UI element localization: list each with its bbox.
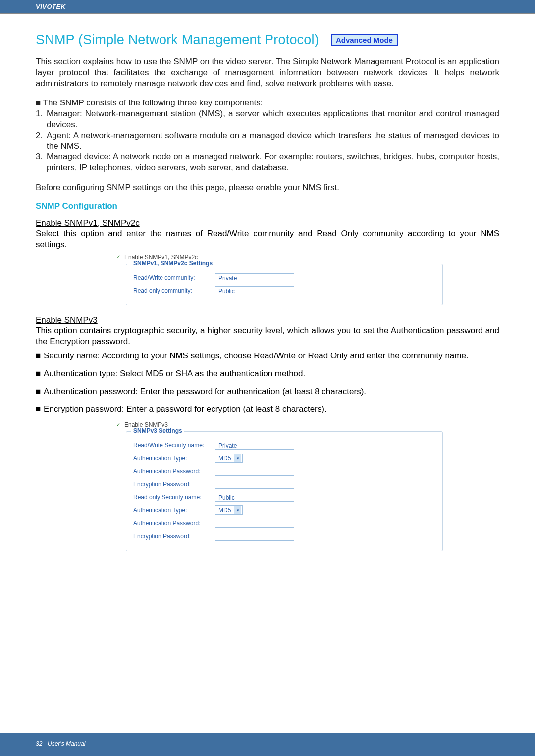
list-number: 2. [36,130,47,152]
ro-auth-type-select[interactable]: MD5 ▾ [215,505,243,515]
ro-community-input[interactable]: Public [215,286,294,295]
auth-password-label: Authentication Password: [133,468,215,475]
auth-type-label: Authentication Type: [133,507,215,514]
ro-community-row: Read only community: Public [133,286,435,295]
page-footer: 32 - User's Manual [36,740,85,747]
enc-password-label: Encryption Password: [133,481,215,488]
rw-auth-password-row: Authentication Password: [133,467,435,476]
components-lead: ■ The SNMP consists of the following thr… [36,98,499,108]
rw-enc-password-row: Encryption Password: [133,480,435,489]
content-area: SNMP (Simple Network Management Protocol… [0,14,535,551]
rw-community-label: Read/Write community: [133,274,215,281]
ro-auth-password-input[interactable] [215,519,294,528]
square-bullet-icon: ■ [36,351,44,361]
auth-type-label: Authentication Type: [133,455,215,462]
checkbox-icon[interactable]: ✓ [115,254,121,260]
ro-auth-type-row: Authentication Type: MD5 ▾ [133,505,435,515]
rw-security-name-label: Read/Write Security name: [133,442,215,449]
rw-auth-type-row: Authentication Type: MD5 ▾ [133,454,435,463]
list-number: 3. [36,151,47,173]
ro-enc-password-input[interactable] [215,532,294,541]
bullet-text: Authentication type: Select MD5 or SHA a… [44,368,305,379]
select-value: MD5 [218,455,231,462]
brand-text: VIVOTEK [36,3,66,10]
ro-auth-password-row: Authentication Password: [133,519,435,528]
component-item-3: 3. Managed device: A network node on a m… [36,151,499,173]
chevron-down-icon: ▾ [234,506,241,514]
component-text: Managed device: A network node on a mana… [47,151,499,173]
chevron-down-icon: ▾ [234,454,241,462]
ro-security-name-row: Read only Security name: Public [133,493,435,502]
rw-community-input[interactable]: Private [215,273,294,282]
v1v2c-description: Select this option and enter the names o… [36,228,499,250]
square-bullet-icon: ■ [36,386,44,397]
v3-fieldset: SNMPv3 Settings Read/Write Security name… [126,431,443,551]
ro-community-label: Read only community: [133,287,215,294]
component-item-1: 1. Manager: Network-management station (… [36,108,499,130]
component-item-2: 2. Agent: A network-management software … [36,130,499,152]
before-config-text: Before configuring SNMP settings on the … [36,182,499,193]
ro-security-name-label: Read only Security name: [133,494,215,501]
v3-bullets: ■ Security name: According to your NMS s… [36,351,499,414]
header-bar: VIVOTEK [0,0,535,14]
enable-v3-heading: Enable SNMPv3 [36,315,499,325]
v3-ui-panel: ✓ Enable SNMPv3 SNMPv3 Settings Read/Wri… [115,421,499,551]
ro-enc-password-row: Encryption Password: [133,532,435,541]
enable-v1v2c-heading: Enable SNMPv1, SNMPv2c [36,218,499,228]
page-title: SNMP (Simple Network Management Protocol… [36,32,319,48]
enc-password-label: Encryption Password: [133,533,215,540]
rw-enc-password-input[interactable] [215,480,294,489]
bullet-text: Security name: According to your NMS set… [44,351,469,361]
page: VIVOTEK SNMP (Simple Network Management … [0,0,535,756]
rw-auth-type-select[interactable]: MD5 ▾ [215,454,243,463]
select-value: MD5 [218,507,231,514]
components-block: ■ The SNMP consists of the following thr… [36,98,499,173]
list-number: 1. [36,108,47,130]
title-row: SNMP (Simple Network Management Protocol… [36,32,499,48]
v1v2c-legend: SNMPv1, SNMPv2c Settings [131,260,214,267]
bullet-text: Encryption password: Enter a password fo… [44,404,327,415]
rw-security-name-row: Read/Write Security name: Private [133,441,435,450]
bullet-text: Authentication password: Enter the passw… [44,386,366,397]
component-text: Agent: A network-management software mod… [47,130,499,152]
square-bullet-icon: ■ [36,404,44,415]
v1v2c-ui-panel: ✓ Enable SNMPv1, SNMPv2c SNMPv1, SNMPv2c… [115,254,499,305]
rw-community-row: Read/Write community: Private [133,273,435,282]
v1v2c-fieldset: SNMPv1, SNMPv2c Settings Read/Write comm… [126,264,443,305]
v3-bullet-auth-type: ■ Authentication type: Select MD5 or SHA… [36,368,499,379]
ro-security-name-input[interactable]: Public [215,493,294,502]
v3-bullet-auth-password: ■ Authentication password: Enter the pas… [36,386,499,397]
rw-security-name-input[interactable]: Private [215,441,294,450]
advanced-mode-badge: Advanced Mode [331,34,398,46]
snmp-config-heading: SNMP Configuration [36,202,499,211]
v3-description: This option contains cryptographic secur… [36,325,499,347]
square-bullet-icon: ■ [36,368,44,379]
v3-legend: SNMPv3 Settings [131,427,184,434]
auth-password-label: Authentication Password: [133,520,215,527]
v3-bullet-security-name: ■ Security name: According to your NMS s… [36,351,499,361]
checkbox-icon[interactable]: ✓ [115,422,121,428]
v3-bullet-enc-password: ■ Encryption password: Enter a password … [36,404,499,415]
component-text: Manager: Network-management station (NMS… [47,108,499,130]
rw-auth-password-input[interactable] [215,467,294,476]
intro-paragraph: This section explains how to use the SNM… [36,56,499,89]
